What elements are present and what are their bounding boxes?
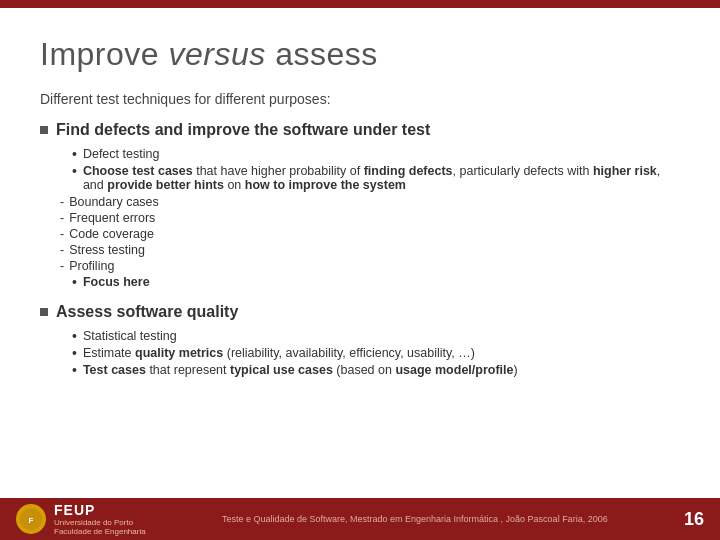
- footer-logo: F FEUP Universidade do Porto Faculdade d…: [16, 502, 146, 536]
- section2-heading: Assess software quality: [56, 303, 238, 321]
- focus-text: Focus here: [83, 275, 150, 289]
- feup-text-block: FEUP Universidade do Porto Faculdade de …: [54, 502, 146, 536]
- feup-icon: F: [16, 504, 46, 534]
- bullet-estimate: Estimate quality metrics (reliability, a…: [72, 346, 680, 360]
- section1-sub-bullets: Boundary cases Frequent errors Code cove…: [60, 195, 680, 273]
- bullet-focus: Focus here: [72, 275, 680, 289]
- sub-bullet-profiling: Profiling: [60, 259, 680, 273]
- test-cases-text: Test cases that represent typical use ca…: [83, 363, 518, 377]
- top-bar: [0, 0, 720, 8]
- footer-page-number: 16: [684, 509, 704, 530]
- section1-bullet-icon: [40, 126, 48, 134]
- bullet-defect-testing: Defect testing: [72, 147, 680, 161]
- slide-title: Improve versus assess: [40, 36, 680, 73]
- section2-bullet-icon: [40, 308, 48, 316]
- sub-bullet-frequent: Frequent errors: [60, 211, 680, 225]
- feup-logo-svg: F: [19, 507, 43, 531]
- bullet-choose-test-cases: Choose test cases that have higher proba…: [72, 164, 680, 192]
- defect-testing-text: Defect testing: [83, 147, 159, 161]
- section2-bullets: Statistical testing Estimate quality met…: [72, 329, 680, 377]
- sub-bullet-boundary: Boundary cases: [60, 195, 680, 209]
- estimate-text: Estimate quality metrics (reliability, a…: [83, 346, 475, 360]
- section1-header: Find defects and improve the software un…: [40, 121, 680, 139]
- main-content: Improve versus assess Different test tec…: [0, 8, 720, 401]
- bullet-statistical: Statistical testing: [72, 329, 680, 343]
- section1-extra: Focus here: [72, 275, 680, 289]
- sub-bullet-stress: Stress testing: [60, 243, 680, 257]
- section2-header: Assess software quality: [40, 303, 680, 321]
- feup-main-label: FEUP: [54, 502, 146, 518]
- title-end: assess: [266, 36, 378, 72]
- section2-block: Assess software quality Statistical test…: [40, 303, 680, 377]
- stress-text: Stress testing: [69, 243, 145, 257]
- code-text: Code coverage: [69, 227, 154, 241]
- choose-test-cases-text: Choose test cases that have higher proba…: [83, 164, 680, 192]
- boundary-text: Boundary cases: [69, 195, 159, 209]
- feup-sub1: Universidade do Porto: [54, 518, 146, 527]
- feup-sub2: Faculdade de Engenharia: [54, 527, 146, 536]
- footer-center-text: Teste e Qualidade de Software, Mestrado …: [146, 514, 684, 524]
- section1-block: Find defects and improve the software un…: [40, 121, 680, 289]
- footer: F FEUP Universidade do Porto Faculdade d…: [0, 498, 720, 540]
- subtitle: Different test techniques for different …: [40, 91, 680, 107]
- bullet-test-cases: Test cases that represent typical use ca…: [72, 363, 680, 377]
- section1-heading: Find defects and improve the software un…: [56, 121, 430, 139]
- section1-bullets: Defect testing Choose test cases that ha…: [72, 147, 680, 192]
- svg-text:F: F: [29, 516, 34, 525]
- profiling-text: Profiling: [69, 259, 114, 273]
- statistical-text: Statistical testing: [83, 329, 177, 343]
- frequent-text: Frequent errors: [69, 211, 155, 225]
- title-italic: versus: [168, 36, 265, 72]
- title-normal: Improve: [40, 36, 168, 72]
- sub-bullet-code: Code coverage: [60, 227, 680, 241]
